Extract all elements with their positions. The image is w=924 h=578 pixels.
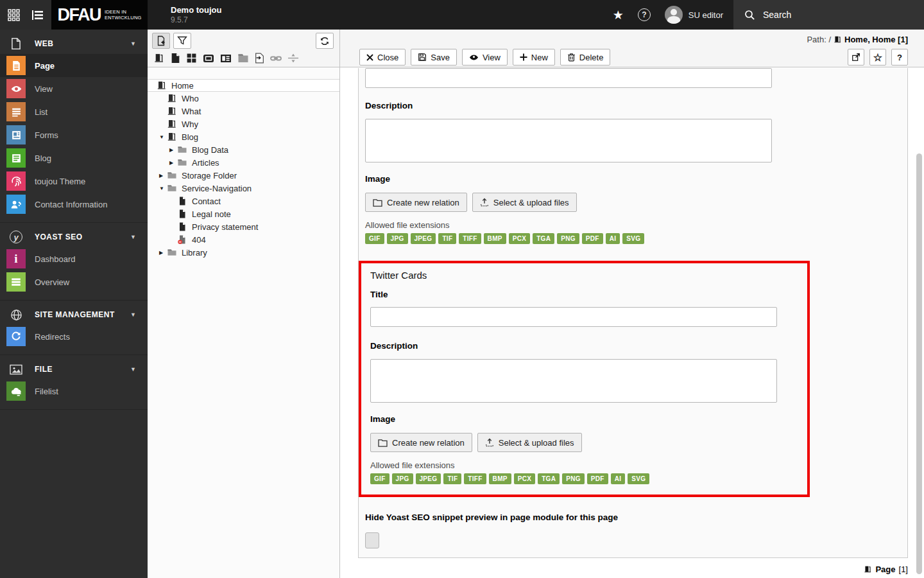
help-button[interactable]: ? xyxy=(891,49,908,66)
section-header-yoast[interactable]: y YOAST SEO ▼ xyxy=(0,227,148,247)
tree-node-blog-data[interactable]: ▶ Blog Data xyxy=(148,143,339,156)
module-item-page[interactable]: Page xyxy=(0,54,148,77)
module-item-forms[interactable]: Forms xyxy=(0,123,148,146)
create-new-relation-button[interactable]: Create new relation xyxy=(370,433,472,452)
drag-content-banner-icon[interactable] xyxy=(203,54,214,63)
extension-badge: GIF xyxy=(365,233,384,244)
tree-node-library[interactable]: ▶ Library xyxy=(148,246,339,259)
create-new-relation-button[interactable]: Create new relation xyxy=(365,193,467,212)
extension-badge: SVG xyxy=(628,473,649,484)
modules-grid-icon[interactable] xyxy=(4,5,24,24)
extension-badge: SVG xyxy=(622,233,644,244)
search-bar[interactable]: Search xyxy=(733,0,924,30)
twitter-title-input[interactable] xyxy=(370,307,777,327)
sidebar-end-divider xyxy=(0,409,148,414)
chevron-down-icon[interactable]: ▼ xyxy=(130,311,136,318)
module-label: Forms xyxy=(35,130,58,140)
pagetree-toolbar xyxy=(148,30,339,67)
module-item-redirects[interactable]: Redirects xyxy=(0,325,148,348)
topbar-left xyxy=(0,0,51,30)
tree-node-who[interactable]: Who xyxy=(148,92,339,105)
close-button[interactable]: Close xyxy=(359,49,406,66)
extension-badge: AI xyxy=(611,473,626,484)
bookmark-button[interactable]: ☆ xyxy=(869,49,886,66)
bookmark-star-icon[interactable]: ★ xyxy=(613,8,624,22)
extension-badge: JPEG xyxy=(411,233,436,244)
forms-module-icon xyxy=(6,125,26,144)
field-label-image: Image xyxy=(370,414,801,424)
og-description-textarea[interactable] xyxy=(365,119,772,162)
drag-divider-icon[interactable] xyxy=(287,53,299,63)
drag-shortcut-page-icon[interactable] xyxy=(255,53,264,64)
module-item-contact-information[interactable]: Contact Information xyxy=(0,193,148,216)
tree-node-privacy-statement[interactable]: Privacy statement xyxy=(148,220,339,233)
expand-closed-icon[interactable]: ▶ xyxy=(159,173,167,179)
extension-badge: PNG xyxy=(557,233,579,244)
scrollbar-thumb[interactable] xyxy=(916,153,922,574)
tree-node-404[interactable]: 404 xyxy=(148,233,339,246)
module-item-blog[interactable]: Blog xyxy=(0,146,148,170)
drag-link-icon[interactable] xyxy=(270,54,282,63)
dfau-logo: DFAU IDEEN IN ENTWICKLUNG xyxy=(51,0,148,30)
module-item-filelist[interactable]: Filelist xyxy=(0,380,148,403)
drag-page-icon[interactable] xyxy=(153,53,165,64)
expand-open-icon[interactable]: ▼ xyxy=(159,134,167,140)
site-title: Demo toujou xyxy=(171,5,221,15)
tree-node-articles[interactable]: ▶ Articles xyxy=(148,156,339,169)
section-header-file[interactable]: FILE ▼ xyxy=(0,359,148,380)
search-icon xyxy=(744,10,755,21)
drag-textmedia-icon[interactable] xyxy=(220,54,232,63)
module-item-overview[interactable]: Overview xyxy=(0,270,148,293)
refresh-icon[interactable] xyxy=(316,33,334,49)
module-label: Contact Information xyxy=(35,200,107,209)
section-header-site-management[interactable]: SITE MANAGEMENT ▼ xyxy=(0,304,148,325)
record-uid: [1] xyxy=(899,565,908,574)
new-button[interactable]: New xyxy=(513,49,555,66)
tree-node-legal-note[interactable]: Legal note xyxy=(148,207,339,220)
tree-node-storage-folder[interactable]: ▶ Storage Folder xyxy=(148,169,339,182)
chevron-down-icon[interactable]: ▼ xyxy=(130,234,136,240)
twitter-description-textarea[interactable] xyxy=(370,359,777,403)
filter-button[interactable] xyxy=(173,33,191,49)
extension-badge: PNG xyxy=(562,473,585,484)
hide-snippet-checkbox[interactable] xyxy=(365,532,379,548)
hidden-document-icon xyxy=(177,234,187,245)
view-button[interactable]: View xyxy=(462,49,508,66)
section-header-web[interactable]: WEB ▼ xyxy=(0,33,148,54)
drag-default-page-icon[interactable] xyxy=(171,53,180,64)
select-upload-files-button[interactable]: Select & upload files xyxy=(472,193,577,212)
select-upload-files-button[interactable]: Select & upload files xyxy=(477,433,582,452)
module-item-list[interactable]: List xyxy=(0,100,148,123)
close-icon xyxy=(366,54,373,61)
save-button[interactable]: Save xyxy=(411,49,457,66)
expand-closed-icon[interactable]: ▶ xyxy=(169,147,177,153)
chevron-down-icon[interactable]: ▼ xyxy=(130,366,136,372)
expand-closed-icon[interactable]: ▶ xyxy=(159,250,167,256)
help-icon[interactable]: ? xyxy=(638,8,651,21)
tree-node-blog[interactable]: ▼ Blog xyxy=(148,130,339,143)
module-item-view[interactable]: View xyxy=(0,77,148,100)
tree-node-contact[interactable]: Contact xyxy=(148,195,339,207)
drag-backend-layout-icon[interactable] xyxy=(186,53,197,64)
expand-open-icon[interactable]: ▼ xyxy=(159,186,167,191)
tree-node-why[interactable]: Why xyxy=(148,118,339,130)
tree-node-home[interactable]: Home xyxy=(148,79,339,92)
new-page-button[interactable] xyxy=(152,33,170,49)
hide-snippet-label: Hide Yoast SEO snippet preview in page m… xyxy=(365,512,901,522)
tree-node-what[interactable]: What xyxy=(148,105,339,118)
user-menu[interactable]: SU editor xyxy=(665,6,723,24)
module-item-dashboard[interactable]: i Dashboard xyxy=(0,247,148,270)
open-in-new-window-button[interactable] xyxy=(848,49,864,66)
logo-brand-text: DFAU xyxy=(57,5,101,25)
delete-button[interactable]: Delete xyxy=(560,49,611,66)
drag-folder-icon[interactable] xyxy=(237,53,249,63)
record-info: Page [1] xyxy=(864,565,908,574)
topbar-main: Demo toujou 9.5.7 ★ ? SU editor xyxy=(148,0,733,30)
module-item-toujou-theme[interactable]: toujou Theme xyxy=(0,170,148,193)
expand-closed-icon[interactable]: ▶ xyxy=(169,160,177,166)
og-title-input[interactable] xyxy=(365,68,772,88)
chevron-down-icon[interactable]: ▼ xyxy=(130,40,136,47)
module-label: Filelist xyxy=(35,387,58,396)
tree-node-service-navigation[interactable]: ▼ Service-Navigation xyxy=(148,182,339,195)
pagetree-toggle-icon[interactable] xyxy=(28,5,47,24)
